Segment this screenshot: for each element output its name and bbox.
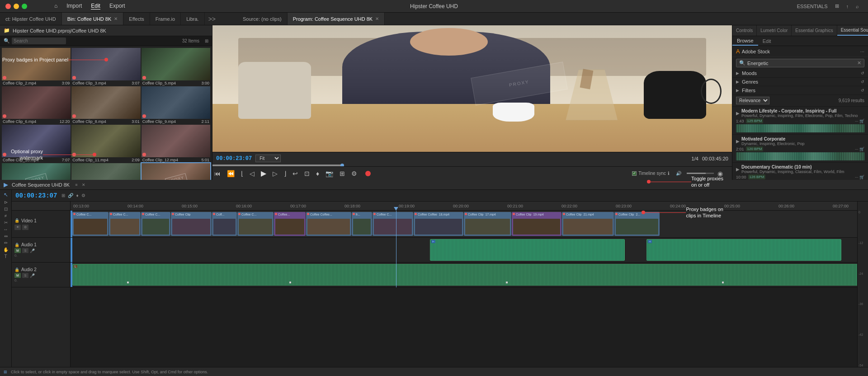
step-back-btn[interactable]: ⏪ (225, 169, 236, 178)
tool-slide[interactable]: ⇔ (4, 234, 8, 239)
tool-slip[interactable]: ↔ (4, 227, 8, 232)
tl-tool-snap[interactable]: ⊞ (61, 193, 65, 198)
mark-out-btn[interactable]: ⌋ (282, 169, 288, 178)
tool-text[interactable]: T (4, 254, 7, 259)
v1-clip-13[interactable]: Coffee Clip_21.mp4 (562, 212, 614, 236)
clip-item-2[interactable]: Coffee Clip_5.mp43:00 (142, 48, 210, 85)
tab-program-close[interactable]: ✕ (375, 16, 379, 21)
menu-import[interactable]: Import (66, 3, 82, 9)
clip-item-11[interactable]: PROXYCoffee Clip_15.mp42:19 (142, 163, 210, 180)
subtab-edit[interactable]: Edit (758, 36, 776, 46)
v1-clip-2[interactable]: Coffee C... (141, 212, 170, 236)
v1-clip-8[interactable]: fr... (352, 212, 372, 236)
adobe-stock-menu[interactable]: ··· (860, 49, 864, 54)
tl-tool-link[interactable]: 🔗 (68, 193, 73, 198)
tab-effects[interactable]: Effects (123, 13, 150, 25)
audio-track-1[interactable]: ▶ Modern Lifestyle - Corporate, Inspirin… (732, 107, 868, 135)
multicam-btn[interactable]: ⊞ (338, 169, 347, 178)
tab-project[interactable]: ct: Hipster Coffee UHD (0, 13, 62, 25)
a1-clip-2[interactable]: H (646, 239, 841, 261)
v1-clip-12[interactable]: Coffee Clip_19.mp4 (512, 212, 561, 236)
timeline-settings-icon[interactable]: ≡ (75, 183, 77, 187)
essential-sound-search-input[interactable] (747, 61, 857, 66)
v1-clip-11[interactable]: Coffee Clip_17.mp4 (464, 212, 511, 236)
status-bar-icon[interactable]: ⊞ (4, 370, 7, 374)
v1-clip-6[interactable]: Coffee... (274, 212, 306, 236)
a1-solo[interactable]: S (22, 248, 28, 253)
tab-bin[interactable]: Bin: Coffee UHD 8K ✕ (62, 13, 124, 25)
v1-eye[interactable]: 👁 (14, 225, 21, 230)
loop-btn[interactable]: ↩ (291, 169, 300, 178)
mark-in-btn[interactable]: ⌊ (239, 169, 245, 178)
a2-clip-main[interactable]: L (72, 264, 857, 286)
tab-graphics[interactable]: Essential Graphics (792, 25, 837, 36)
v1-clip-3[interactable]: Coffee Clip (171, 212, 212, 236)
menu-home[interactable]: ⌂ (54, 3, 57, 9)
tab-source[interactable]: Source: (no clips) (237, 13, 288, 25)
v1-clip-7[interactable]: Coffee Coffee... (306, 212, 351, 236)
tab-essential-sound[interactable]: Essential Sound (837, 25, 868, 36)
tool-rolling[interactable]: ⊡ (4, 207, 8, 212)
track-3-actions[interactable]: ··· 🛒 (855, 175, 864, 179)
v1-clip-5[interactable]: Coffee C... (237, 212, 274, 236)
v1-clip-10[interactable]: Coffee Coffee_18.mp4 (414, 212, 463, 236)
clip-item-7[interactable]: Coffee Clip_11.mp42:09 (71, 125, 140, 162)
tl-tool-markers[interactable]: ♦ (76, 193, 78, 198)
more-tabs-button[interactable]: >> (205, 15, 219, 23)
search-icon[interactable]: ⌕ (856, 4, 859, 9)
a1-lock[interactable]: 🔒 (14, 243, 19, 247)
play-track-2[interactable]: ▶ (736, 139, 740, 144)
v1-clip-14[interactable]: Coffee Clip_2... (614, 212, 660, 236)
clip-item-6[interactable]: Coffee Clip_10.mp47:07 (2, 125, 71, 162)
marker-btn[interactable]: ♦ (314, 169, 321, 178)
clip-item-5[interactable]: Coffee Clip_9.mp42:11 (142, 86, 210, 124)
tab-frameio[interactable]: Frame.io (150, 13, 181, 25)
timeline-sync-info[interactable]: ℹ (668, 171, 670, 176)
tool-rate[interactable]: ≠ (5, 213, 7, 218)
project-search-input[interactable] (12, 38, 66, 44)
tl-tool-settings[interactable]: ⚙ (81, 193, 85, 198)
settings-btn[interactable]: ⚙ (349, 169, 359, 178)
v1-clip-4[interactable]: Coff... (212, 212, 237, 236)
workspace-icon[interactable]: ⊞ (835, 3, 839, 9)
menu-edit[interactable]: Edit (91, 3, 100, 9)
v1-clip-1[interactable]: Coffee C... (109, 212, 141, 236)
play-track-3[interactable]: ▶ (736, 167, 740, 172)
search-clear[interactable]: ✕ (857, 60, 861, 66)
tab-lumetri[interactable]: Lumetri Color (757, 25, 792, 36)
a2-lock[interactable]: 🔒 (14, 268, 19, 272)
tab-program[interactable]: Program: Coffee Sequence UHD 8K ✕ (288, 13, 385, 25)
a2-mic[interactable]: 🎤 (30, 273, 35, 278)
clip-item-3[interactable]: Coffee Clip_6.mp412:20 (2, 86, 71, 124)
category-filters[interactable]: ▶ Filters ↺ (732, 86, 868, 95)
close-button[interactable] (5, 4, 11, 9)
tool-select[interactable]: ↖ (4, 192, 8, 198)
relevance-select[interactable]: Relevance (736, 97, 769, 104)
timeline-scroll-area[interactable]: 00:13:0000:14:0000:15:0000:16:0000:17:00… (71, 202, 857, 367)
volume-slider[interactable] (687, 173, 714, 174)
frame-fwd-btn[interactable]: ▷ (271, 169, 279, 178)
v1-clip-0[interactable]: Coffee C... (72, 212, 108, 236)
clip-item-0[interactable]: Coffee Clip_2.mp43:09 (2, 48, 71, 85)
safe-margins-btn[interactable]: ⊡ (302, 169, 311, 178)
tool-ripple[interactable]: ⊳ (4, 200, 8, 205)
audio-track-3[interactable]: ▶ Documentary Cinematic (10 min) Powerfu… (732, 163, 868, 180)
v1-lock[interactable]: 🔒 (14, 218, 19, 223)
tool-hand[interactable]: ✋ (3, 247, 9, 252)
tab-libra[interactable]: Libra. (181, 13, 205, 25)
clip-item-9[interactable]: PROXYCoffee Clip_13.mp43:02 (2, 163, 71, 180)
export-frame-btn[interactable]: 📷 (324, 169, 335, 178)
share-icon[interactable]: ↑ (846, 4, 849, 9)
menu-export[interactable]: Export (109, 3, 125, 9)
clip-item-1[interactable]: Coffee Clip_3.mp43:07 (71, 48, 140, 85)
goto-start-btn[interactable]: ⏮ (212, 169, 222, 178)
tool-razor[interactable]: ✂ (4, 220, 8, 225)
clip-item-10[interactable]: Coffee Clip_14.mp42:11 (71, 163, 140, 180)
category-moods[interactable]: ▶ Moods ↺ (732, 69, 868, 78)
fit-dropdown[interactable]: Fit 25% 50% 100% (255, 155, 281, 162)
minimize-button[interactable] (14, 4, 19, 9)
audio-track-2[interactable]: ▶ Motivated Corporate Dynamic, Inspiring… (732, 135, 868, 163)
a2-mute[interactable]: M (14, 273, 21, 278)
play-track-1[interactable]: ▶ (736, 111, 740, 116)
v1-clip-9[interactable]: Coffee C... (373, 212, 413, 236)
